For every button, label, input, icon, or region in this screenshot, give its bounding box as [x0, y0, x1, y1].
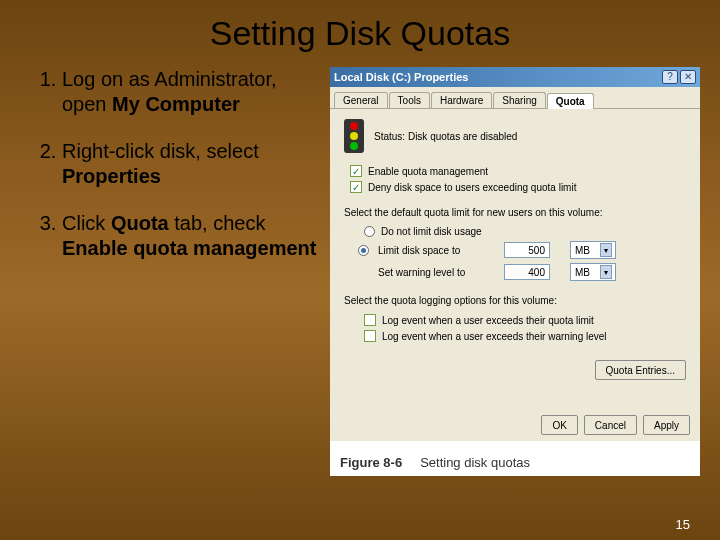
step-1: Log on as Administrator, open My Compute… — [62, 67, 320, 117]
default-limit-label: Select the default quota limit for new u… — [344, 207, 686, 218]
step-3: Click Quota tab, check Enable quota mana… — [62, 211, 320, 261]
slide-title: Setting Disk Quotas — [0, 0, 720, 61]
log-warning-checkbox[interactable] — [364, 330, 376, 342]
no-limit-radio[interactable] — [364, 226, 375, 237]
tab-general[interactable]: General — [334, 92, 388, 108]
dialog-title: Local Disk (C:) Properties — [334, 71, 468, 83]
help-button[interactable]: ? — [662, 70, 678, 84]
limit-unit-select[interactable]: MB ▾ — [570, 241, 616, 259]
apply-button[interactable]: Apply — [643, 415, 690, 435]
limit-value-input[interactable]: 500 — [504, 242, 550, 258]
tab-tools[interactable]: Tools — [389, 92, 430, 108]
traffic-light-icon — [344, 119, 364, 153]
chevron-down-icon: ▾ — [600, 265, 612, 279]
log-warning-label: Log event when a user exceeds their warn… — [382, 331, 607, 342]
log-quota-checkbox[interactable] — [364, 314, 376, 326]
step-2: Right-click disk, select Properties — [62, 139, 320, 189]
figure-caption-text: Setting disk quotas — [420, 455, 530, 470]
slide-number: 15 — [676, 517, 690, 532]
cancel-button[interactable]: Cancel — [584, 415, 637, 435]
tab-sharing[interactable]: Sharing — [493, 92, 545, 108]
dialog-body: Status: Disk quotas are disabled ✓ Enabl… — [330, 109, 700, 409]
limit-radio[interactable] — [358, 245, 369, 256]
logging-label: Select the quota logging options for thi… — [344, 295, 686, 306]
deny-space-label: Deny disk space to users exceeding quota… — [368, 182, 576, 193]
quota-entries-button[interactable]: Quota Entries... — [595, 360, 686, 380]
figure-number: Figure 8-6 — [340, 455, 402, 470]
warn-value-input[interactable]: 400 — [504, 264, 550, 280]
tab-hardware[interactable]: Hardware — [431, 92, 492, 108]
limit-to-label: Limit disk space to — [378, 245, 498, 256]
no-limit-label: Do not limit disk usage — [381, 226, 482, 237]
properties-dialog: Local Disk (C:) Properties ? ✕ General T… — [330, 67, 700, 441]
tab-row: General Tools Hardware Sharing Quota — [330, 87, 700, 109]
warn-label: Set warning level to — [378, 267, 498, 278]
dialog-button-row: OK Cancel Apply — [330, 409, 700, 441]
steps-list: Log on as Administrator, open My Compute… — [40, 67, 320, 476]
ok-button[interactable]: OK — [541, 415, 577, 435]
warn-unit-select[interactable]: MB ▾ — [570, 263, 616, 281]
deny-space-checkbox[interactable]: ✓ — [350, 181, 362, 193]
figure-panel: Local Disk (C:) Properties ? ✕ General T… — [330, 67, 700, 476]
enable-quota-checkbox[interactable]: ✓ — [350, 165, 362, 177]
status-value: Disk quotas are disabled — [408, 131, 518, 142]
log-quota-label: Log event when a user exceeds their quot… — [382, 315, 594, 326]
chevron-down-icon: ▾ — [600, 243, 612, 257]
figure-caption: Figure 8-6 Setting disk quotas — [330, 441, 700, 476]
enable-quota-label: Enable quota management — [368, 166, 488, 177]
dialog-titlebar: Local Disk (C:) Properties ? ✕ — [330, 67, 700, 87]
status-label: Status: — [374, 131, 405, 142]
close-button[interactable]: ✕ — [680, 70, 696, 84]
tab-quota[interactable]: Quota — [547, 93, 594, 109]
